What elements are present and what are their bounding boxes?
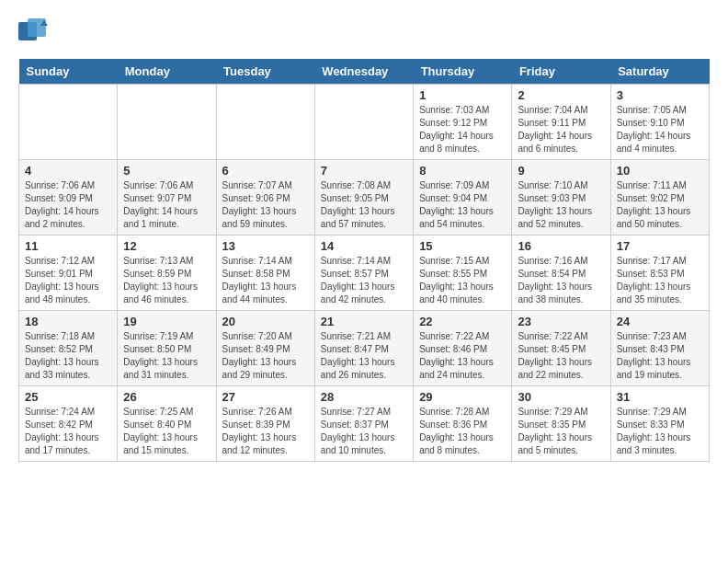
day-number: 14 <box>321 239 407 253</box>
weekday-header-thursday: Thursday <box>414 59 512 85</box>
calendar-cell: 13Sunrise: 7:14 AM Sunset: 8:58 PM Dayli… <box>216 236 314 311</box>
svg-rect-1 <box>28 18 46 37</box>
day-number: 6 <box>222 164 309 178</box>
day-info: Sunrise: 7:27 AM Sunset: 8:37 PM Dayligh… <box>321 406 407 457</box>
day-info: Sunrise: 7:22 AM Sunset: 8:45 PM Dayligh… <box>518 330 604 382</box>
calendar-cell: 19Sunrise: 7:19 AM Sunset: 8:50 PM Dayli… <box>118 311 216 386</box>
day-number: 3 <box>617 88 703 102</box>
day-info: Sunrise: 7:16 AM Sunset: 8:54 PM Dayligh… <box>518 255 604 306</box>
day-info: Sunrise: 7:14 AM Sunset: 8:57 PM Dayligh… <box>321 255 407 306</box>
calendar-cell: 18Sunrise: 7:18 AM Sunset: 8:52 PM Dayli… <box>19 311 118 386</box>
logo-icon <box>18 18 48 44</box>
day-number: 21 <box>321 315 407 328</box>
calendar-cell: 5Sunrise: 7:06 AM Sunset: 9:07 PM Daylig… <box>118 160 216 236</box>
day-number: 25 <box>25 390 111 404</box>
calendar-cell: 31Sunrise: 7:29 AM Sunset: 8:33 PM Dayli… <box>610 386 709 462</box>
calendar-cell: 14Sunrise: 7:14 AM Sunset: 8:57 PM Dayli… <box>314 236 413 311</box>
calendar-cell: 23Sunrise: 7:22 AM Sunset: 8:45 PM Dayli… <box>512 311 610 386</box>
day-info: Sunrise: 7:19 AM Sunset: 8:50 PM Dayligh… <box>123 330 210 382</box>
day-number: 31 <box>617 390 703 404</box>
calendar-cell: 3Sunrise: 7:05 AM Sunset: 9:10 PM Daylig… <box>610 85 709 160</box>
day-number: 28 <box>321 390 407 404</box>
day-info: Sunrise: 7:06 AM Sunset: 9:07 PM Dayligh… <box>123 179 210 231</box>
day-info: Sunrise: 7:09 AM Sunset: 9:04 PM Dayligh… <box>419 179 506 231</box>
day-number: 20 <box>222 315 309 328</box>
day-number: 10 <box>617 164 703 178</box>
day-number: 12 <box>123 239 210 253</box>
calendar-cell: 24Sunrise: 7:23 AM Sunset: 8:43 PM Dayli… <box>610 311 709 386</box>
day-info: Sunrise: 7:21 AM Sunset: 8:47 PM Dayligh… <box>321 330 407 382</box>
day-info: Sunrise: 7:12 AM Sunset: 9:01 PM Dayligh… <box>25 255 111 306</box>
day-info: Sunrise: 7:20 AM Sunset: 8:49 PM Dayligh… <box>222 330 309 382</box>
day-info: Sunrise: 7:05 AM Sunset: 9:10 PM Dayligh… <box>617 104 703 155</box>
week-row-4: 18Sunrise: 7:18 AM Sunset: 8:52 PM Dayli… <box>19 311 710 386</box>
calendar-cell: 27Sunrise: 7:26 AM Sunset: 8:39 PM Dayli… <box>216 386 314 462</box>
day-number: 17 <box>617 239 703 253</box>
calendar-cell: 8Sunrise: 7:09 AM Sunset: 9:04 PM Daylig… <box>414 160 512 236</box>
weekday-header-friday: Friday <box>512 59 610 85</box>
day-info: Sunrise: 7:04 AM Sunset: 9:11 PM Dayligh… <box>518 104 604 155</box>
day-info: Sunrise: 7:18 AM Sunset: 8:52 PM Dayligh… <box>25 330 111 382</box>
calendar-cell <box>216 85 314 160</box>
week-row-5: 25Sunrise: 7:24 AM Sunset: 8:42 PM Dayli… <box>19 386 710 462</box>
weekday-header-tuesday: Tuesday <box>216 59 314 85</box>
calendar-cell: 9Sunrise: 7:10 AM Sunset: 9:03 PM Daylig… <box>512 160 610 236</box>
day-info: Sunrise: 7:11 AM Sunset: 9:02 PM Dayligh… <box>617 179 703 231</box>
day-number: 30 <box>518 390 604 404</box>
day-info: Sunrise: 7:26 AM Sunset: 8:39 PM Dayligh… <box>222 406 309 457</box>
calendar-cell: 15Sunrise: 7:15 AM Sunset: 8:55 PM Dayli… <box>414 236 512 311</box>
calendar-cell <box>314 85 413 160</box>
day-number: 22 <box>419 315 506 328</box>
day-info: Sunrise: 7:17 AM Sunset: 8:53 PM Dayligh… <box>617 255 703 306</box>
week-row-1: 1Sunrise: 7:03 AM Sunset: 9:12 PM Daylig… <box>19 85 710 160</box>
day-number: 29 <box>419 390 506 404</box>
day-info: Sunrise: 7:29 AM Sunset: 8:33 PM Dayligh… <box>617 406 703 457</box>
calendar-cell: 16Sunrise: 7:16 AM Sunset: 8:54 PM Dayli… <box>512 236 610 311</box>
day-info: Sunrise: 7:15 AM Sunset: 8:55 PM Dayligh… <box>419 255 506 306</box>
day-number: 26 <box>123 390 210 404</box>
weekday-header-wednesday: Wednesday <box>314 59 413 85</box>
calendar-cell: 30Sunrise: 7:29 AM Sunset: 8:35 PM Dayli… <box>512 386 610 462</box>
day-number: 18 <box>25 315 111 328</box>
week-row-2: 4Sunrise: 7:06 AM Sunset: 9:09 PM Daylig… <box>19 160 710 236</box>
calendar-cell <box>118 85 216 160</box>
day-number: 13 <box>222 239 309 253</box>
calendar-cell: 1Sunrise: 7:03 AM Sunset: 9:12 PM Daylig… <box>414 85 512 160</box>
calendar-cell: 7Sunrise: 7:08 AM Sunset: 9:05 PM Daylig… <box>314 160 413 236</box>
day-info: Sunrise: 7:25 AM Sunset: 8:40 PM Dayligh… <box>123 406 210 457</box>
calendar-cell: 26Sunrise: 7:25 AM Sunset: 8:40 PM Dayli… <box>118 386 216 462</box>
calendar-cell: 4Sunrise: 7:06 AM Sunset: 9:09 PM Daylig… <box>19 160 118 236</box>
day-info: Sunrise: 7:28 AM Sunset: 8:36 PM Dayligh… <box>419 406 506 457</box>
day-info: Sunrise: 7:24 AM Sunset: 8:42 PM Dayligh… <box>25 406 111 457</box>
day-info: Sunrise: 7:13 AM Sunset: 8:59 PM Dayligh… <box>123 255 210 306</box>
page-header <box>18 18 710 44</box>
day-number: 27 <box>222 390 309 404</box>
day-number: 24 <box>617 315 703 328</box>
day-info: Sunrise: 7:08 AM Sunset: 9:05 PM Dayligh… <box>321 179 407 231</box>
day-number: 4 <box>25 164 111 178</box>
calendar-cell: 20Sunrise: 7:20 AM Sunset: 8:49 PM Dayli… <box>216 311 314 386</box>
day-number: 1 <box>419 88 506 102</box>
day-number: 2 <box>518 88 604 102</box>
weekday-header-monday: Monday <box>118 59 216 85</box>
day-number: 11 <box>25 239 111 253</box>
calendar-cell: 2Sunrise: 7:04 AM Sunset: 9:11 PM Daylig… <box>512 85 610 160</box>
calendar-cell <box>19 85 118 160</box>
logo <box>18 18 51 44</box>
day-info: Sunrise: 7:14 AM Sunset: 8:58 PM Dayligh… <box>222 255 309 306</box>
day-info: Sunrise: 7:29 AM Sunset: 8:35 PM Dayligh… <box>518 406 604 457</box>
day-number: 23 <box>518 315 604 328</box>
day-number: 19 <box>123 315 210 328</box>
calendar-cell: 6Sunrise: 7:07 AM Sunset: 9:06 PM Daylig… <box>216 160 314 236</box>
calendar-cell: 22Sunrise: 7:22 AM Sunset: 8:46 PM Dayli… <box>414 311 512 386</box>
weekday-header-sunday: Sunday <box>19 59 118 85</box>
calendar-cell: 17Sunrise: 7:17 AM Sunset: 8:53 PM Dayli… <box>610 236 709 311</box>
weekday-header-row: SundayMondayTuesdayWednesdayThursdayFrid… <box>19 59 710 85</box>
calendar-cell: 12Sunrise: 7:13 AM Sunset: 8:59 PM Dayli… <box>118 236 216 311</box>
day-info: Sunrise: 7:07 AM Sunset: 9:06 PM Dayligh… <box>222 179 309 231</box>
day-info: Sunrise: 7:06 AM Sunset: 9:09 PM Dayligh… <box>25 179 111 231</box>
day-number: 9 <box>518 164 604 178</box>
day-info: Sunrise: 7:10 AM Sunset: 9:03 PM Dayligh… <box>518 179 604 231</box>
day-info: Sunrise: 7:22 AM Sunset: 8:46 PM Dayligh… <box>419 330 506 382</box>
day-number: 8 <box>419 164 506 178</box>
